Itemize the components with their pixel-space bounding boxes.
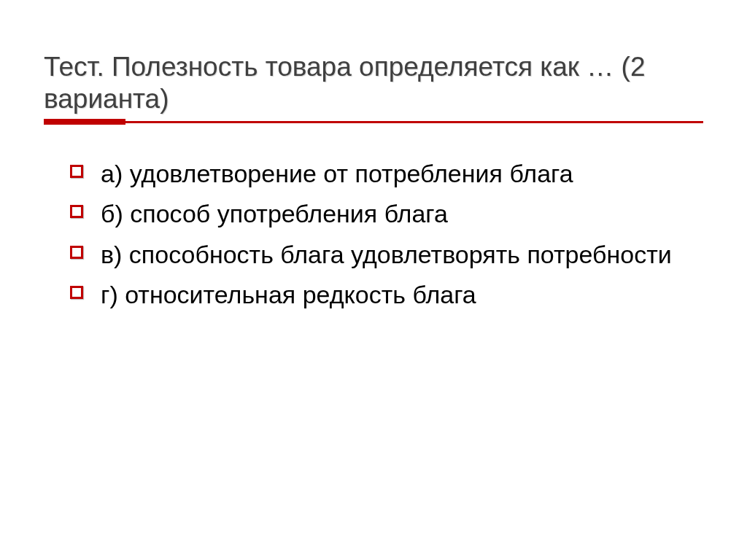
- slide: Тест. Полезность товара определяется как…: [0, 0, 747, 560]
- square-bullet-icon: [70, 165, 83, 178]
- list-item-label: а) удовлетворение от потребления блага: [101, 160, 573, 187]
- content-list: а) удовлетворение от потребления блага б…: [44, 147, 703, 311]
- list-item-label: б) способ употребления блага: [101, 200, 448, 228]
- list-item-label: в) способность блага удовлетворять потре…: [101, 241, 672, 268]
- list-item: б) способ употребления блага: [70, 198, 703, 230]
- title-block: Тест. Полезность товара определяется как…: [44, 51, 703, 125]
- list-item: в) способность блага удовлетворять потре…: [70, 239, 703, 271]
- slide-title: Тест. Полезность товара определяется как…: [44, 51, 703, 116]
- square-bullet-icon: [70, 246, 83, 259]
- square-bullet-icon: [70, 205, 83, 218]
- list-item: г) относительная редкость блага: [70, 279, 703, 311]
- list-item: а) удовлетворение от потребления блага: [70, 158, 703, 190]
- square-bullet-icon: [70, 286, 83, 299]
- title-underline: [44, 119, 703, 125]
- list-item-label: г) относительная редкость блага: [101, 281, 476, 308]
